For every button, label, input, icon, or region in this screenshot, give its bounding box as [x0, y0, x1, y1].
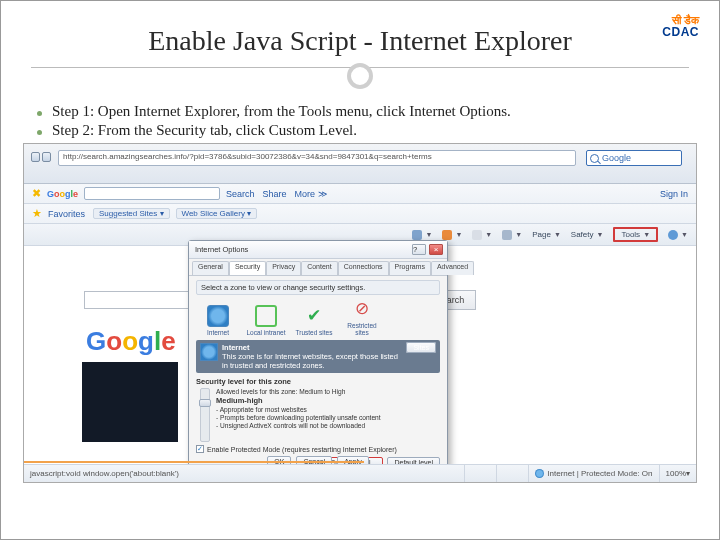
divider [1, 67, 719, 97]
toolbar-more-button[interactable]: More ≫ [295, 189, 327, 199]
zone-name: Internet [222, 343, 250, 352]
page-menu[interactable]: Page▼ [532, 230, 561, 239]
search-icon [590, 154, 599, 163]
favorites-bar: ★ Favorites Suggested Sites ▾ Web Slice … [24, 204, 696, 224]
mail-button[interactable]: ▼ [472, 230, 492, 240]
favorites-label: Favorites [48, 209, 85, 219]
mail-icon [472, 230, 482, 240]
zone-restricted[interactable]: Restricted sites [342, 298, 382, 336]
globe-icon [200, 343, 218, 361]
page-content: Search Google Internet Options ? × Gener… [24, 246, 696, 464]
tab-advanced[interactable]: Advanced [431, 261, 474, 275]
star-icon[interactable]: ★ [32, 207, 42, 220]
toolbar-share-button[interactable]: Share [263, 189, 287, 199]
tab-content[interactable]: Content [301, 261, 338, 275]
status-bar: javascript:void window.open('about:blank… [24, 464, 696, 482]
dialog-title: Internet Options [195, 245, 248, 254]
feeds-button[interactable]: ▼ [442, 230, 462, 240]
window-buttons: ? × [411, 244, 443, 255]
address-bar[interactable]: http://search.amazingsearches.info/?pid=… [58, 150, 576, 166]
home-button[interactable]: ▼ [412, 230, 432, 240]
print-icon [502, 230, 512, 240]
ie-titlebar-row: http://search.amazingsearches.info/?pid=… [24, 144, 696, 184]
page-title: Enable Java Script - Internet Explorer [1, 25, 719, 57]
check-icon [303, 305, 325, 327]
home-icon [412, 230, 422, 240]
sites-button[interactable]: Sites [406, 342, 436, 353]
protected-mode-checkbox[interactable]: ✓ Enable Protected Mode (requires restar… [196, 445, 440, 453]
tab-programs[interactable]: Programs [389, 261, 431, 275]
security-slider[interactable] [200, 388, 210, 442]
checkbox-icon: ✓ [196, 445, 204, 453]
tab-security[interactable]: Security [229, 261, 266, 275]
tab-privacy[interactable]: Privacy [266, 261, 301, 275]
tab-connections[interactable]: Connections [338, 261, 389, 275]
web-slice-button[interactable]: Web Slice Gallery ▾ [176, 208, 258, 219]
globe-icon [535, 469, 544, 478]
print-button[interactable]: ▼ [502, 230, 522, 240]
circle-decoration [347, 63, 373, 89]
status-text: javascript:void window.open('about:blank… [24, 469, 464, 478]
zone-description: Internet This zone is for Internet websi… [196, 340, 440, 373]
feed-icon [442, 230, 452, 240]
safety-menu[interactable]: Safety▼ [571, 230, 604, 239]
list-item: Step 1: Open Internet Explorer, from the… [31, 103, 689, 120]
google-logo-small: Google [47, 189, 78, 199]
zone-text: This zone is for Internet websites, exce… [222, 352, 398, 370]
google-toolbar: ✖ Google Search Share More ≫ Sign In [24, 184, 696, 204]
help-icon [668, 230, 678, 240]
nav-back-forward[interactable] [30, 149, 52, 167]
logo-english: CDAC [662, 26, 699, 38]
bullet-text: Step 1: Open Internet Explorer, from the… [52, 103, 511, 120]
sign-in-link[interactable]: Sign In [660, 189, 688, 199]
zone-internet[interactable]: Internet [198, 305, 238, 336]
dialog-tabs: General Security Privacy Content Connect… [189, 259, 447, 276]
google-logo: Google [86, 326, 176, 357]
level-description: Allowed levels for this zone: Medium to … [216, 388, 381, 442]
ie-screenshot: http://search.amazingsearches.info/?pid=… [23, 143, 697, 483]
x-icon[interactable]: ✖ [32, 187, 41, 200]
zone-trusted[interactable]: Trusted sites [294, 305, 334, 336]
globe-icon [207, 305, 229, 327]
blocked-icon [351, 298, 373, 320]
tab-general[interactable]: General [192, 261, 229, 275]
dialog-titlebar: Internet Options ? × [189, 241, 447, 259]
search-box[interactable]: Google [586, 150, 682, 166]
slide: सी डैक CDAC Enable Java Script - Interne… [0, 0, 720, 540]
zone-intranet[interactable]: Local intranet [246, 305, 286, 336]
toolbar-search-input[interactable] [84, 187, 220, 200]
toolbar-search-button[interactable]: Search [226, 189, 255, 199]
cdac-logo: सी डैक CDAC [662, 15, 699, 38]
status-zone: Internet | Protected Mode: On [528, 465, 658, 482]
accent-bar [24, 461, 364, 463]
dark-panel [82, 362, 178, 442]
list-item: Step 2: From the Security tab, click Cus… [31, 122, 689, 139]
security-panel: Select a zone to view or change security… [189, 276, 447, 483]
help-button[interactable]: ▼ [668, 230, 688, 240]
search-engine-label: Google [602, 153, 631, 163]
zone-list: Internet Local intranet Trusted sites Re… [198, 298, 438, 336]
status-zoom[interactable]: 100% ▾ [659, 465, 696, 482]
help-icon[interactable]: ? [412, 244, 426, 255]
intranet-icon [255, 305, 277, 327]
tools-menu[interactable]: Tools▼ [613, 227, 658, 242]
security-level-header: Security level for this zone [196, 377, 291, 386]
bullet-text: Step 2: From the Security tab, click Cus… [52, 122, 357, 139]
bullet-list: Step 1: Open Internet Explorer, from the… [31, 103, 689, 139]
suggested-sites-button[interactable]: Suggested Sites ▾ [93, 208, 169, 219]
internet-options-dialog: Internet Options ? × General Security Pr… [188, 240, 448, 472]
close-icon[interactable]: × [429, 244, 443, 255]
zone-select-label: Select a zone to view or change security… [196, 280, 440, 295]
